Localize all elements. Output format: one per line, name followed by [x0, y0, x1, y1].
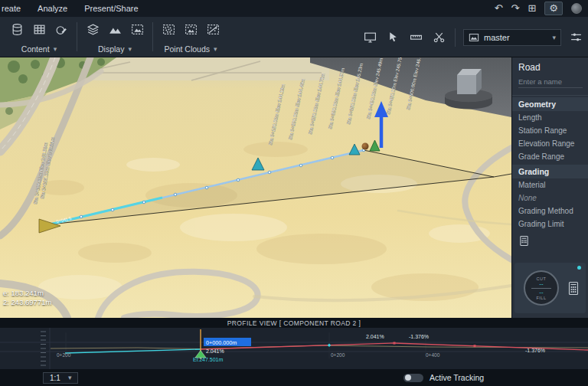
content-dropdown[interactable]: Content ▾: [21, 42, 57, 55]
display-settings-icon[interactable]: [361, 29, 378, 46]
grade-label: -1.376%: [525, 348, 545, 353]
geometry-item-length[interactable]: Length: [512, 111, 588, 124]
account-icon[interactable]: [571, 3, 582, 14]
display-dropdown-label: Display: [98, 44, 124, 54]
status-dot: [577, 266, 581, 270]
grading-material-value[interactable]: None: [512, 191, 588, 204]
fill-label: FILL: [536, 296, 546, 300]
scale-dropdown[interactable]: 1:1 ▾: [43, 372, 78, 384]
settings-gear-icon[interactable]: ⚙: [544, 2, 563, 15]
workspaces-icon[interactable]: ⊞: [528, 2, 536, 15]
grading-method-label[interactable]: Grading Method: [512, 204, 588, 218]
caret-down-icon: ▾: [214, 45, 217, 53]
station-tick-label: 0+200: [331, 352, 345, 358]
grading-material-label[interactable]: Material: [512, 178, 588, 191]
panel-tools-row: [512, 231, 588, 253]
layers-icon[interactable]: [84, 21, 101, 38]
content-dropdown-label: Content: [21, 44, 50, 54]
grip-sphere[interactable]: [362, 143, 369, 150]
scale-value: 1:1: [50, 374, 60, 382]
surface-opacity-icon[interactable]: [129, 21, 145, 38]
toolbar-group-display: Display ▾: [79, 18, 151, 55]
cut-tool-icon[interactable]: [430, 29, 447, 46]
keypad-icon[interactable]: [518, 240, 530, 248]
toolbar-group-point-clouds: Point Clouds ▾: [155, 18, 227, 55]
proposal-icon: [469, 32, 479, 43]
terrain-themes-icon[interactable]: [106, 21, 123, 38]
road-properties-panel: Road Geometry Length Station Range Eleva…: [511, 57, 588, 318]
master-proposal-label: master: [484, 33, 547, 42]
grade-label: 2.041%: [206, 348, 224, 354]
filter-settings-icon[interactable]: [567, 29, 584, 46]
section-grading[interactable]: Grading: [512, 165, 588, 178]
profile-canvas[interactable]: 0+000.000m 2.041% El:247.501m 2.041% -1.…: [0, 328, 588, 369]
point-clouds-dropdown[interactable]: Point Clouds ▾: [164, 42, 217, 55]
cursor-coordinates: e: 183.241m 2: 243.69771m: [3, 289, 51, 307]
data-table-icon[interactable]: [31, 21, 47, 38]
profile-view-title: PROFILE VIEW [ COMPONENT ROAD 2 ]: [227, 319, 361, 327]
caret-down-icon: ▾: [128, 45, 132, 53]
active-tracking-label: Active Tracking: [430, 373, 484, 382]
cut-fill-panel: CUT -- -- FILL: [514, 263, 586, 313]
model-edit-icon[interactable]: [53, 21, 70, 38]
menubar: reate Analyze Present/Share ↶ ↷ ⊞ ⚙: [0, 0, 588, 17]
point-cloud-display-icon[interactable]: [160, 21, 177, 38]
redo-icon[interactable]: ↷: [511, 2, 520, 15]
toolbar-right: master ▾: [361, 17, 584, 57]
grading-limit-label[interactable]: Grading Limit: [512, 218, 588, 231]
terrain-canvas[interactable]: Sta 0+000.00m Elev 243.69m Sta 0+025.00m…: [0, 57, 511, 318]
point-cloud-theme-icon[interactable]: [182, 21, 199, 38]
toolbar-separator: [152, 22, 153, 51]
toggle-knob: [405, 375, 411, 381]
geometry-item-grade-range[interactable]: Grade Range: [512, 150, 588, 163]
cut-value: --: [539, 281, 543, 287]
data-sources-icon[interactable]: [8, 21, 25, 38]
section-geometry[interactable]: Geometry: [512, 97, 588, 111]
active-tracking-control: Active Tracking: [403, 373, 484, 382]
active-tracking-toggle[interactable]: [403, 374, 423, 382]
point-cloud-slice-icon[interactable]: [204, 21, 221, 38]
geometry-item-elevation-range[interactable]: Elevation Range: [512, 137, 588, 150]
coordinate-line: e: 183.241m: [3, 289, 51, 298]
grade-label: -1.376%: [409, 334, 429, 339]
menu-item-present-share[interactable]: Present/Share: [76, 0, 146, 17]
master-proposal-dropdown[interactable]: master ▾: [463, 29, 561, 46]
caret-down-icon: ▾: [68, 374, 72, 381]
main-menus: reate Analyze Present/Share: [0, 0, 147, 17]
calculator-icon[interactable]: [566, 280, 581, 296]
cut-fill-gauge: CUT -- -- FILL: [524, 270, 559, 306]
undo-icon[interactable]: ↶: [495, 2, 503, 15]
menu-item-analyze[interactable]: Analyze: [29, 0, 76, 17]
caret-down-icon: ▾: [552, 34, 556, 41]
measure-icon[interactable]: [407, 29, 424, 46]
menu-item-create[interactable]: reate: [0, 0, 29, 17]
panel-title: Road: [512, 57, 588, 74]
station-badge-text: 0+000.000m: [206, 339, 237, 346]
caret-down-icon: ▾: [54, 45, 57, 53]
pvi-marker[interactable]: [474, 345, 476, 347]
elevation-label: El:247.501m: [193, 357, 223, 362]
profile-view-header[interactable]: PROFILE VIEW [ COMPONENT ROAD 2 ]: [0, 318, 588, 328]
fill-value: --: [539, 290, 543, 296]
toolbar-group-content: Content ▾: [3, 18, 75, 55]
infraworks-app: reate Analyze Present/Share ↶ ↷ ⊞ ⚙: [0, 0, 588, 386]
pvi-marker[interactable]: [394, 342, 396, 345]
station-tick-label: 0+400: [426, 352, 440, 358]
station-tick-label: 0+200: [57, 352, 71, 358]
toolbar: Content ▾ Display ▾: [0, 17, 588, 57]
statusbar: 1:1 ▾ Active Tracking: [0, 369, 588, 386]
menubar-right: ↶ ↷ ⊞ ⚙: [495, 2, 582, 15]
toolbar-separator: [77, 22, 77, 51]
geometry-item-station-range[interactable]: Station Range: [512, 124, 588, 137]
road-name-input[interactable]: [518, 76, 583, 88]
profile-view[interactable]: 0+000.000m 2.041% El:247.501m 2.041% -1.…: [0, 328, 588, 369]
pedestal-cube: [457, 75, 476, 94]
display-dropdown[interactable]: Display ▾: [98, 42, 132, 55]
panel-divider: [512, 95, 588, 96]
coordinate-line: 2: 243.69771m: [3, 298, 51, 307]
point-clouds-dropdown-label: Point Clouds: [164, 44, 210, 54]
select-cursor-icon[interactable]: [384, 29, 401, 46]
grade-label: 2.041%: [366, 334, 384, 339]
3d-viewport[interactable]: Sta 0+000.00m Elev 243.69m Sta 0+025.00m…: [0, 57, 511, 318]
toolbar-separator: [455, 28, 456, 47]
